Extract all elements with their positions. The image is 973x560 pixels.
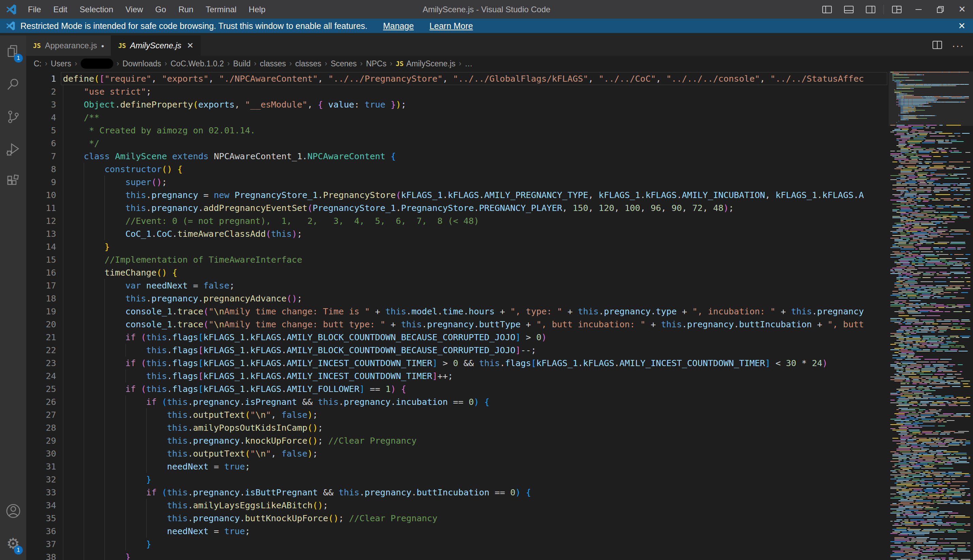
- code-line-text: /**: [63, 111, 99, 124]
- indent-guide: [125, 395, 126, 408]
- tab-close-icon[interactable]: ✕: [187, 41, 193, 50]
- source-control-button[interactable]: [0, 101, 26, 133]
- explorer-button[interactable]: 1: [0, 35, 26, 68]
- settings-button[interactable]: ⚙ 1: [0, 527, 26, 560]
- code-line-1[interactable]: 1define(["require", "exports", "./NPCAwa…: [26, 72, 889, 85]
- run-and-debug-button[interactable]: [0, 133, 26, 166]
- code-line-15[interactable]: 15 //Implementation of TimeAwareInterfac…: [26, 253, 889, 266]
- menu-item-run[interactable]: Run: [173, 3, 199, 16]
- split-editor-button[interactable]: [932, 40, 942, 51]
- window-close-button[interactable]: ✕: [951, 0, 973, 19]
- breadcrumb-separator-icon: ›: [360, 59, 363, 68]
- line-number: 1: [26, 72, 56, 85]
- tab-amilyscene-js[interactable]: JSAmilyScene.js✕: [111, 35, 201, 56]
- toggle-primary-sidebar-button[interactable]: [816, 0, 838, 19]
- code-line-8[interactable]: 8 constructor() {: [26, 163, 889, 175]
- breadcrumb-item-9[interactable]: NPCs: [366, 59, 387, 68]
- code-line-27[interactable]: 27 this.outputText("\n", false);: [26, 408, 889, 421]
- line-number: 27: [26, 408, 56, 421]
- code-line-24[interactable]: 24 this.flags[kFLAGS_1.kFLAGS.AMILY_INCE…: [26, 370, 889, 382]
- minimap[interactable]: [889, 72, 973, 560]
- code-line-7[interactable]: 7 class AmilyScene extends NPCAwareConte…: [26, 150, 889, 163]
- banner-close-icon[interactable]: ✕: [958, 21, 966, 31]
- code-line-29[interactable]: 29 this.pregnancy.knockUpForce(); //Clea…: [26, 434, 889, 447]
- code-line-20[interactable]: 20 console_1.trace("\nAmily time change:…: [26, 318, 889, 331]
- code-line-33[interactable]: 33 if (this.pregnancy.isButtPregnant && …: [26, 486, 889, 499]
- code-line-18[interactable]: 18 this.pregnancy.pregnancyAdvance();: [26, 292, 889, 305]
- menu-item-selection[interactable]: Selection: [74, 3, 119, 16]
- line-number: 9: [26, 175, 56, 188]
- code-line-22[interactable]: 22 this.flags[kFLAGS_1.kFLAGS.AMILY_BLOC…: [26, 343, 889, 357]
- code-line-16[interactable]: 16 timeChange() {: [26, 266, 889, 279]
- code-line-5[interactable]: 5 * Created by aimozg on 02.01.14.: [26, 124, 889, 137]
- code-line-4[interactable]: 4 /**: [26, 111, 889, 124]
- code-line-17[interactable]: 17 var needNext = false;: [26, 279, 889, 292]
- menu-item-file[interactable]: File: [22, 3, 47, 16]
- code-line-text: this.flags[kFLAGS_1.kFLAGS.AMILY_BLOCK_C…: [63, 343, 536, 357]
- breadcrumb-item-2[interactable]: [81, 58, 113, 69]
- menu-item-view[interactable]: View: [120, 3, 149, 16]
- code-line-36[interactable]: 36 needNext = true;: [26, 525, 889, 538]
- modified-dot-icon[interactable]: ●: [101, 43, 104, 48]
- breadcrumb-item-6[interactable]: classes: [260, 59, 286, 68]
- code-line-12[interactable]: 12 //Event: 0 (= not pregnant), 1, 2, 3,…: [26, 214, 889, 227]
- code-line-30[interactable]: 30 this.outputText("\n", false);: [26, 447, 889, 460]
- breadcrumb-item-7[interactable]: classes: [295, 59, 322, 68]
- restore-button[interactable]: [930, 0, 951, 19]
- indent-guide: [63, 395, 63, 408]
- breadcrumb-separator-icon: ›: [254, 59, 256, 68]
- menu-item-go[interactable]: Go: [150, 3, 172, 16]
- code-line-text: needNext = true;: [63, 525, 250, 538]
- menu-item-help[interactable]: Help: [243, 3, 271, 16]
- code-line-6[interactable]: 6 */: [26, 137, 889, 150]
- breadcrumb-item-4[interactable]: CoC.Web.1.0.2: [170, 59, 224, 68]
- code-line-9[interactable]: 9 super();: [26, 175, 889, 188]
- code-line-31[interactable]: 31 needNext = true;: [26, 460, 889, 473]
- extensions-button[interactable]: [0, 166, 26, 199]
- code-line-26[interactable]: 26 if (this.pregnancy.isPregnant && this…: [26, 395, 889, 408]
- search-button[interactable]: [0, 68, 26, 101]
- indent-guide: [63, 163, 63, 175]
- code-line-35[interactable]: 35 this.pregnancy.buttKnockUpForce(); //…: [26, 512, 889, 525]
- code-line-32[interactable]: 32 }: [26, 473, 889, 486]
- breadcrumb-item-3[interactable]: Downloads: [122, 59, 161, 68]
- breadcrumb-item-1[interactable]: Users: [51, 59, 71, 68]
- toggle-panel-button[interactable]: [838, 0, 860, 19]
- toggle-secondary-sidebar-button[interactable]: [860, 0, 881, 19]
- line-number: 20: [26, 318, 56, 331]
- code-editor[interactable]: 1define(["require", "exports", "./NPCAwa…: [26, 72, 973, 560]
- editor-lines: 1define(["require", "exports", "./NPCAwa…: [26, 72, 889, 560]
- minimize-button[interactable]: [908, 0, 930, 19]
- code-line-10[interactable]: 10 this.pregnancy = new PregnancyStore_1…: [26, 188, 889, 202]
- breadcrumb-separator-icon: ›: [227, 59, 230, 68]
- breadcrumb-item-8[interactable]: Scenes: [331, 59, 357, 68]
- code-line-3[interactable]: 3 Object.defineProperty(exports, "__esMo…: [26, 98, 889, 111]
- code-line-text: constructor() {: [63, 163, 183, 175]
- code-line-23[interactable]: 23 if (this.flags[kFLAGS_1.kFLAGS.AMILY_…: [26, 357, 889, 370]
- breadcrumb-item-11[interactable]: …: [465, 59, 473, 68]
- menu-item-terminal[interactable]: Terminal: [200, 3, 242, 16]
- code-line-34[interactable]: 34 this.amilyLaysEggsLikeABitch();: [26, 499, 889, 512]
- code-line-37[interactable]: 37 }: [26, 538, 889, 550]
- accounts-button[interactable]: [0, 495, 26, 527]
- more-actions-button[interactable]: ···: [952, 40, 964, 52]
- code-line-13[interactable]: 13 CoC_1.CoC.timeAwareClassAdd(this);: [26, 227, 889, 240]
- code-line-2[interactable]: 2 "use strict";: [26, 85, 889, 98]
- breadcrumb-item-10[interactable]: JSAmilyScene.js: [396, 59, 455, 68]
- code-line-14[interactable]: 14 }: [26, 240, 889, 253]
- breadcrumb-item-5[interactable]: Build: [233, 59, 250, 68]
- code-line-38[interactable]: 38 }: [26, 550, 889, 560]
- learn-more-link[interactable]: Learn More: [429, 21, 473, 31]
- code-line-21[interactable]: 21 if (this.flags[kFLAGS_1.kFLAGS.AMILY_…: [26, 331, 889, 343]
- indent-guide: [125, 486, 126, 499]
- code-line-11[interactable]: 11 this.pregnancy.addPregnancyEventSet(P…: [26, 202, 889, 214]
- code-line-25[interactable]: 25 if (this.flags[kFLAGS_1.kFLAGS.AMILY_…: [26, 382, 889, 395]
- customize-layout-button[interactable]: [886, 0, 908, 19]
- code-line-19[interactable]: 19 console_1.trace("\nAmily time change:…: [26, 305, 889, 318]
- tab-appearance-js[interactable]: JSAppearance.js●: [26, 35, 111, 56]
- menu-item-edit[interactable]: Edit: [48, 3, 73, 16]
- code-line-28[interactable]: 28 this.amilyPopsOutKidsInCamp();: [26, 421, 889, 434]
- indent-guide: [146, 421, 147, 434]
- breadcrumb-item-0[interactable]: C:: [34, 59, 42, 68]
- manage-link[interactable]: Manage: [383, 21, 414, 31]
